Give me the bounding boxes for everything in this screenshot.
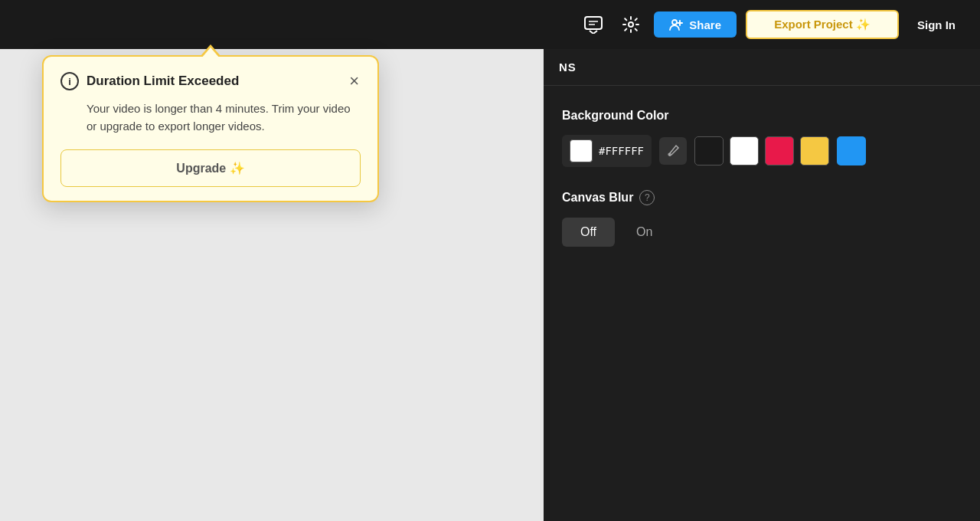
upgrade-button[interactable]: Upgrade ✨ — [60, 149, 361, 187]
blur-toggle-group: Off On — [562, 218, 962, 247]
canvas-blur-label: Canvas Blur — [562, 191, 633, 205]
duration-popup: i Duration Limit Exceeded × Your video i… — [42, 55, 379, 202]
comments-icon — [583, 15, 603, 34]
popup-arrow-inner — [201, 48, 220, 58]
preset-black[interactable] — [694, 136, 724, 165]
topbar: Share Export Project ✨ Sign In — [0, 0, 980, 49]
popup-close-button[interactable]: × — [348, 73, 361, 90]
eyedropper-icon — [666, 144, 680, 158]
help-icon[interactable]: ? — [639, 190, 655, 205]
sign-in-button[interactable]: Sign In — [908, 12, 965, 38]
preset-yellow[interactable] — [800, 136, 829, 165]
sign-in-label: Sign In — [917, 18, 956, 31]
gear-icon — [622, 15, 640, 34]
settings-button[interactable] — [617, 11, 645, 38]
popup-body: Your video is longer than 4 minutes. Tri… — [60, 100, 361, 136]
preset-white[interactable] — [730, 136, 759, 165]
panel-header-label: NS — [559, 61, 577, 74]
preset-red[interactable] — [765, 136, 794, 165]
panel-header: NS — [544, 49, 980, 86]
comments-button[interactable] — [579, 11, 608, 38]
popup-title: Duration Limit Exceeded — [87, 74, 239, 89]
popup-info-icon: i — [60, 72, 79, 90]
blur-on-button[interactable]: On — [618, 218, 671, 247]
color-hex-value: #FFFFFF — [599, 145, 644, 157]
color-input-group: #FFFFFF — [562, 135, 652, 167]
share-label: Share — [689, 18, 721, 31]
color-swatch[interactable] — [570, 139, 593, 162]
canvas-blur-label-row: Canvas Blur ? — [562, 190, 962, 205]
share-button[interactable]: Share — [654, 11, 737, 38]
panel-content: Background Color #FFFFFF Canvas — [544, 86, 980, 270]
background-color-row: #FFFFFF — [562, 135, 962, 167]
svg-point-4 — [672, 20, 677, 25]
blur-off-button[interactable]: Off — [562, 218, 615, 247]
svg-point-3 — [629, 22, 633, 27]
add-person-icon — [669, 18, 683, 31]
popup-header: i Duration Limit Exceeded × — [60, 72, 361, 90]
right-panel: NS Background Color #FFFFFF — [544, 49, 980, 521]
export-label: Export Project ✨ — [774, 18, 871, 31]
popup-title-row: i Duration Limit Exceeded — [60, 72, 239, 90]
eyedropper-button[interactable] — [659, 137, 687, 165]
export-button[interactable]: Export Project ✨ — [746, 10, 899, 39]
preset-blue[interactable] — [837, 136, 866, 165]
color-presets — [694, 136, 829, 165]
background-color-label: Background Color — [562, 109, 962, 123]
svg-rect-0 — [585, 17, 602, 29]
